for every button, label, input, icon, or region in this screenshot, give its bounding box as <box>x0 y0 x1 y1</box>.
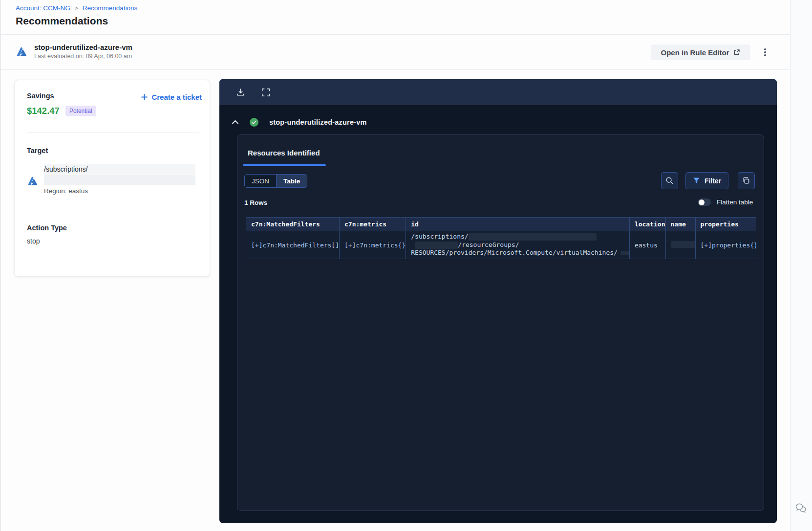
breadcrumb-account-link[interactable]: Account: CCM-NG <box>16 4 70 12</box>
id-line1: /subscriptions/ <box>411 233 468 241</box>
target-redacted-id <box>44 175 195 185</box>
tab-active-underline <box>243 164 326 166</box>
id-redacted-3 <box>620 251 629 255</box>
results-panel: stop-underutilized-azure-vm Resources Id… <box>219 79 777 523</box>
column-header-properties[interactable]: properties <box>695 218 756 231</box>
breadcrumb-separator-icon: > <box>75 5 78 12</box>
collapse-button[interactable] <box>232 120 239 125</box>
rows-count: 1 Rows <box>244 199 267 206</box>
column-header-metrics[interactable]: c7n:metrics <box>340 218 406 231</box>
card-divider2 <box>27 210 199 210</box>
id-redacted-2 <box>415 242 458 249</box>
plus-icon <box>141 93 148 101</box>
rule-header: stop-underutilized-azure-vm Last evaluat… <box>16 43 132 60</box>
support-chat-button[interactable] <box>795 502 808 516</box>
cell-matched-filters[interactable]: [+]c7n:MatchedFilters[] <box>246 231 340 259</box>
external-link-icon <box>733 49 740 56</box>
id-redacted-1 <box>469 233 597 241</box>
header-divider <box>1 34 790 35</box>
create-ticket-label: Create a ticket <box>151 93 202 101</box>
cell-id[interactable]: /subscriptions/ /resourceGroups/ RESOURC… <box>406 231 630 259</box>
tab-resources-identified[interactable]: Resources Identified <box>248 149 320 157</box>
flatten-toggle[interactable] <box>698 199 711 206</box>
savings-amount: $142.47 <box>27 106 60 116</box>
table-header-row: c7n:MatchedFilters c7n:metrics id locati… <box>246 218 757 231</box>
savings-label: Savings <box>27 92 54 100</box>
copy-icon <box>742 177 750 185</box>
potential-badge: Potential <box>65 106 96 116</box>
page-title: Recommendations <box>16 15 108 27</box>
action-type-value: stop <box>27 237 40 245</box>
cell-metrics[interactable]: [+]c7n:metrics{} <box>340 231 406 259</box>
flatten-label: Flatten table <box>717 199 753 206</box>
column-header-name[interactable]: name <box>665 218 695 231</box>
search-icon <box>665 177 674 185</box>
cell-location[interactable]: eastus <box>629 231 665 259</box>
table-row: [+]c7n:MatchedFilters[] [+]c7n:metrics{}… <box>246 231 757 259</box>
chat-bubbles-icon <box>795 502 808 514</box>
breadcrumb-current-link[interactable]: Recommendations <box>83 4 138 12</box>
right-gutter <box>790 0 812 531</box>
target-label: Target <box>27 147 48 155</box>
card-divider <box>27 133 199 133</box>
download-button[interactable] <box>235 87 246 98</box>
id-line3: RESOURCES/providers/Microsoft.Compute/vi… <box>411 249 618 257</box>
fullscreen-button[interactable] <box>260 87 271 98</box>
download-icon <box>236 88 245 97</box>
target-path: /subscriptions/ <box>44 164 195 175</box>
resources-table: c7n:MatchedFilters c7n:metrics id locati… <box>246 217 756 259</box>
section-divider <box>1 69 790 70</box>
filter-label: Filter <box>705 177 721 185</box>
open-rule-editor-label: Open in Rule Editor <box>661 48 729 57</box>
rule-name: stop-underutilized-azure-vm <box>34 43 132 51</box>
action-type-label: Action Type <box>27 224 67 232</box>
rule-last-evaluated: Last evaluated on: 09 Apr, 06:00 am <box>34 53 132 60</box>
cell-properties[interactable]: [+]properties{} <box>695 231 756 259</box>
resources-table-wrapper: c7n:MatchedFilters c7n:metrics id locati… <box>246 217 756 259</box>
open-rule-editor-button[interactable]: Open in Rule Editor <box>651 44 750 60</box>
column-header-matchedfilters[interactable]: c7n:MatchedFilters <box>246 218 340 231</box>
copy-button[interactable] <box>738 172 755 189</box>
flatten-control: Flatten table <box>698 199 753 206</box>
target-azure-icon <box>27 175 39 187</box>
column-header-id[interactable]: id <box>406 218 630 231</box>
view-toggle-json[interactable]: JSON <box>245 175 276 187</box>
column-header-location[interactable]: location <box>629 218 665 231</box>
filter-icon <box>693 177 700 184</box>
savings-card: Savings Create a ticket $142.47 Potentia… <box>14 80 210 277</box>
create-ticket-button[interactable]: Create a ticket <box>141 93 202 101</box>
target-region: Region: eastus <box>44 187 88 195</box>
azure-icon <box>16 45 28 58</box>
name-redacted <box>671 241 695 248</box>
id-line2: /resourceGroups/ <box>458 241 519 249</box>
panel-rule-name: stop-underutilized-azure-vm <box>269 118 367 126</box>
breadcrumb: Account: CCM-NG > Recommendations <box>16 4 137 12</box>
panel-toolbar <box>219 79 777 105</box>
rule-result-header: stop-underutilized-azure-vm <box>232 117 367 127</box>
success-check-icon <box>249 117 259 127</box>
view-toggle: JSON Table <box>244 174 307 188</box>
fullscreen-icon <box>261 88 270 97</box>
search-button[interactable] <box>661 172 678 189</box>
filter-button[interactable]: Filter <box>685 172 728 189</box>
view-toggle-table[interactable]: Table <box>276 175 307 187</box>
cell-name[interactable] <box>665 231 695 259</box>
resources-container: Resources Identified JSON Table Filter <box>237 134 764 511</box>
recommendations-page: Account: CCM-NG > Recommendations Recomm… <box>0 0 812 531</box>
chevron-up-icon <box>232 120 239 125</box>
more-options-button[interactable] <box>759 46 771 58</box>
